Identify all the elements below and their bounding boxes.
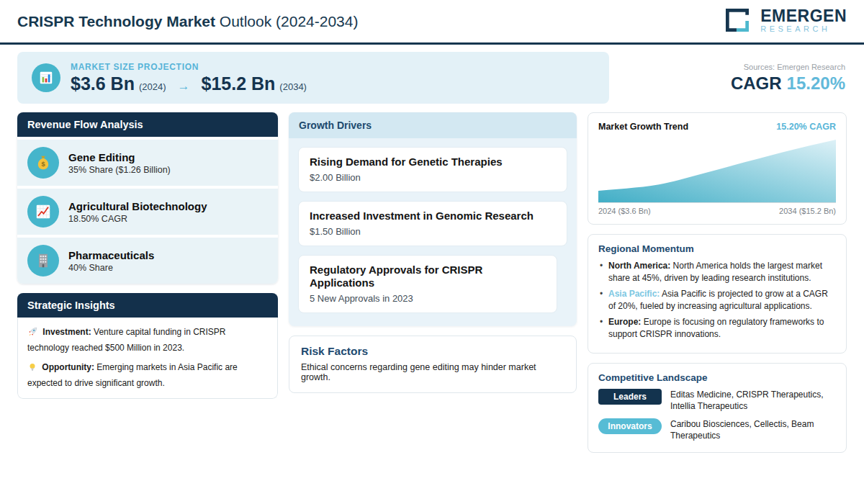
page-title: CRISPR Technology Market Outlook (2024-2… xyxy=(17,13,358,30)
region-name: North America: xyxy=(608,261,670,271)
region-item-europe: Europe: Europe is focusing on regulatory… xyxy=(598,316,836,341)
left-column: Revenue Flow Analysis $ Gene Editing 35%… xyxy=(17,112,278,399)
right-column: Market Growth Trend 15.20% CAGR 2024 ($3… xyxy=(588,112,847,453)
revenue-flow-panel: Revenue Flow Analysis $ Gene Editing 35%… xyxy=(17,112,278,284)
emergen-logo-icon xyxy=(722,5,752,38)
leaders-companies: Editas Medicine, CRISPR Therapeutics, In… xyxy=(670,389,836,412)
page-title-regular: Outlook (2024-2034) xyxy=(215,13,358,30)
regional-momentum-title: Regional Momentum xyxy=(598,243,836,254)
insight-investment: Investment: Venture capital funding in C… xyxy=(27,325,268,354)
growth-drivers-panel: Growth Drivers Rising Demand for Genetic… xyxy=(289,112,577,326)
start-value: $3.6 Bn xyxy=(71,73,135,94)
bulb-icon xyxy=(27,362,37,377)
risk-factors-text: Ethical concerns regarding gene editing … xyxy=(301,362,564,382)
competitive-landscape-title: Competitive Landscape xyxy=(598,372,836,383)
revenue-flow-title: Revenue Flow Analysis xyxy=(17,112,278,137)
area-chart xyxy=(598,138,836,203)
page-title-bold: CRISPR Technology Market xyxy=(17,13,215,30)
cagr-line: CAGR15.20% xyxy=(609,73,845,94)
market-size-values: $3.6 Bn (2024) → $15.2 Bn (2034) xyxy=(71,73,307,94)
strategic-insights-body: Investment: Venture capital funding in C… xyxy=(17,318,278,399)
insight-opportunity: Opportunity: Emerging markets in Asia Pa… xyxy=(27,361,268,390)
svg-text:$: $ xyxy=(41,161,45,168)
growth-driver-title: Regulatory Approvals for CRISPR Applicat… xyxy=(310,264,546,291)
logo-text: EMERGEN RESEARCH xyxy=(760,8,847,34)
revenue-item-pharma: Pharmaceuticals 40% Share xyxy=(17,238,278,284)
region-name: Europe: xyxy=(608,317,641,327)
trend-start-label: 2024 ($3.6 Bn) xyxy=(598,207,651,215)
cagr-label: CAGR xyxy=(731,73,782,93)
page-header: CRISPR Technology Market Outlook (2024-2… xyxy=(0,0,864,45)
revenue-item-detail: 35% Share ($1.26 Billion) xyxy=(68,165,171,175)
leaders-badge: Leaders xyxy=(598,389,662,405)
growth-driver-card: Regulatory Approvals for CRISPR Applicat… xyxy=(298,255,557,314)
trend-header: Market Growth Trend 15.20% CAGR xyxy=(598,122,836,132)
insight-label: Investment: xyxy=(42,327,91,337)
regional-momentum-card: Regional Momentum North America: North A… xyxy=(588,234,847,354)
sources-note: Sources: Emergen Research xyxy=(609,63,845,71)
center-column: Growth Drivers Rising Demand for Genetic… xyxy=(289,112,577,393)
trend-end-label: 2034 ($15.2 Bn) xyxy=(779,207,836,215)
region-item-north-america: North America: North America holds the l… xyxy=(598,260,836,284)
revenue-item-text: Pharmaceuticals 40% Share xyxy=(68,249,154,273)
line-chart-icon xyxy=(27,196,59,228)
market-size-banner: MARKET SIZE PROJECTION $3.6 Bn (2024) → … xyxy=(17,52,609,104)
revenue-item-detail: 18.50% CAGR xyxy=(68,214,207,224)
region-text: Europe is focusing on regulatory framewo… xyxy=(608,317,824,339)
revenue-item-name: Agricultural Biotechnology xyxy=(68,200,207,212)
revenue-item-text: Gene Editing 35% Share ($1.26 Billion) xyxy=(68,151,171,175)
competitive-landscape-card: Competitive Landscape Leaders Editas Med… xyxy=(588,363,847,452)
main-grid: Revenue Flow Analysis $ Gene Editing 35%… xyxy=(0,112,864,453)
building-icon xyxy=(27,245,59,276)
arrow-right-icon: → xyxy=(178,79,190,94)
market-size-text: MARKET SIZE PROJECTION $3.6 Bn (2024) → … xyxy=(71,62,307,94)
strategic-insights-title: Strategic Insights xyxy=(17,293,278,318)
growth-driver-value: $2.00 Billion xyxy=(310,172,556,183)
growth-driver-title: Increased Investment in Genomic Research xyxy=(310,210,556,223)
end-value: $15.2 Bn xyxy=(202,73,276,94)
landscape-row-innovators: Innovators Caribou Biosciences, Cellecti… xyxy=(598,418,836,441)
revenue-item-detail: 40% Share xyxy=(68,263,154,273)
logo-line2: RESEARCH xyxy=(760,24,847,34)
end-year: (2034) xyxy=(279,81,307,92)
revenue-item-gene-editing: $ Gene Editing 35% Share ($1.26 Billion) xyxy=(17,140,278,186)
growth-driver-value: 5 New Approvals in 2023 xyxy=(310,293,546,304)
money-bag-icon: $ xyxy=(27,147,59,179)
innovators-companies: Caribou Biosciences, Cellectis, Beam The… xyxy=(670,418,836,441)
banner-meta: Sources: Emergen Research CAGR15.20% xyxy=(609,63,847,94)
start-year: (2024) xyxy=(139,81,166,92)
logo-line1: EMERGEN xyxy=(760,8,847,24)
insight-label: Opportunity: xyxy=(42,362,94,372)
bar-chart-icon xyxy=(32,63,60,92)
trend-cagr-badge: 15.20% CAGR xyxy=(776,122,836,132)
revenue-item-text: Agricultural Biotechnology 18.50% CAGR xyxy=(68,200,207,224)
emergen-logo: EMERGEN RESEARCH xyxy=(722,5,847,38)
top-row: MARKET SIZE PROJECTION $3.6 Bn (2024) → … xyxy=(0,52,864,104)
trend-title: Market Growth Trend xyxy=(598,122,688,132)
market-size-label: MARKET SIZE PROJECTION xyxy=(71,62,307,72)
region-item-asia-pacific: Asia Pacific: Asia Pacific is projected … xyxy=(598,288,836,312)
revenue-item-name: Pharmaceuticals xyxy=(68,249,154,261)
market-growth-trend-card: Market Growth Trend 15.20% CAGR 2024 ($3… xyxy=(588,112,847,225)
growth-drivers-title: Growth Drivers xyxy=(289,112,577,138)
cagr-value: 15.20% xyxy=(787,73,845,93)
growth-driver-card: Increased Investment in Genomic Research… xyxy=(298,201,567,246)
region-name: Asia Pacific: xyxy=(608,289,660,299)
rocket-icon xyxy=(27,326,38,341)
strategic-insights-panel: Strategic Insights Investment: Venture c… xyxy=(17,293,278,399)
growth-driver-card: Rising Demand for Genetic Therapies $2.0… xyxy=(298,147,567,192)
revenue-item-name: Gene Editing xyxy=(68,151,171,163)
regional-momentum-list: North America: North America holds the l… xyxy=(598,260,836,341)
growth-driver-value: $1.50 Billion xyxy=(310,226,556,237)
risk-factors-title: Risk Factors xyxy=(301,345,564,358)
innovators-badge: Innovators xyxy=(598,418,662,434)
growth-driver-title: Rising Demand for Genetic Therapies xyxy=(310,156,556,169)
revenue-item-agri-biotech: Agricultural Biotechnology 18.50% CAGR xyxy=(17,189,278,235)
trend-axis-labels: 2024 ($3.6 Bn) 2034 ($15.2 Bn) xyxy=(598,207,836,215)
risk-factors-card: Risk Factors Ethical concerns regarding … xyxy=(289,336,577,393)
landscape-row-leaders: Leaders Editas Medicine, CRISPR Therapeu… xyxy=(598,389,836,412)
